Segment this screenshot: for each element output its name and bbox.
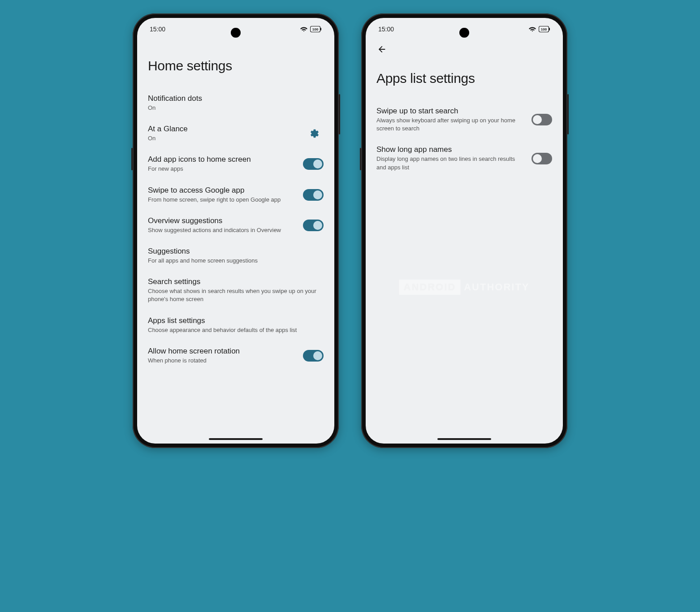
setting-notification-dots[interactable]: Notification dots On	[141, 88, 331, 118]
setting-title: At a Glance	[148, 125, 300, 134]
setting-subtitle: Choose appearance and behavior defaults …	[148, 326, 324, 334]
status-time: 15:00	[378, 26, 394, 33]
camera-cutout	[231, 28, 241, 38]
setting-title: Swipe up to start search	[376, 107, 526, 116]
setting-swipe-google-app[interactable]: Swipe to access Google app From home scr…	[141, 180, 331, 210]
toggle-switch[interactable]	[303, 350, 324, 362]
phone-frame-left: 15:00 100 Home settings Notification dot…	[133, 13, 339, 448]
setting-add-app-icons[interactable]: Add app icons to home screen For new app…	[141, 149, 331, 179]
setting-subtitle: Display long app names on two lines in s…	[376, 155, 526, 171]
setting-apps-list-settings[interactable]: Apps list settings Choose appearance and…	[141, 310, 331, 340]
setting-title: Allow home screen rotation	[148, 347, 298, 356]
setting-title: Add app icons to home screen	[148, 155, 298, 164]
wifi-icon	[529, 26, 536, 32]
status-time: 15:00	[150, 26, 165, 33]
setting-subtitle: When phone is rotated	[148, 357, 298, 365]
nav-bar	[366, 40, 563, 58]
side-button	[567, 94, 569, 134]
svg-text:100: 100	[541, 27, 547, 31]
settings-list[interactable]: Notification dots On At a Glance On Add …	[137, 88, 334, 444]
watermark-brand2: AUTHORITY	[464, 281, 529, 293]
setting-subtitle: Always show keyboard after swiping up on…	[376, 116, 526, 133]
phone-frame-right: 15:00 100 Apps list settings Swipe up to…	[361, 13, 567, 448]
setting-search-settings[interactable]: Search settings Choose what shows in sea…	[141, 271, 331, 310]
watermark-brand1: ANDROID	[399, 280, 461, 295]
setting-title: Search settings	[148, 277, 324, 286]
setting-title: Notification dots	[148, 94, 324, 103]
nav-indicator[interactable]	[437, 438, 491, 440]
setting-subtitle: On	[148, 104, 324, 112]
toggle-switch[interactable]	[303, 220, 324, 231]
toggle-switch[interactable]	[303, 158, 324, 170]
wifi-icon	[300, 26, 307, 32]
setting-at-a-glance[interactable]: At a Glance On	[141, 118, 331, 149]
setting-title: Show long app names	[376, 145, 526, 154]
phone-screen-right: 15:00 100 Apps list settings Swipe up to…	[366, 18, 563, 444]
page-title: Home settings	[137, 40, 334, 88]
setting-suggestions[interactable]: Suggestions For all apps and home screen…	[141, 241, 331, 271]
setting-subtitle: From home screen, swipe right to open Go…	[148, 196, 298, 204]
nav-indicator[interactable]	[209, 438, 263, 440]
toggle-switch[interactable]	[531, 153, 552, 164]
setting-title: Apps list settings	[148, 316, 324, 325]
setting-subtitle: Choose what shows in search results when…	[148, 287, 324, 303]
svg-text:100: 100	[312, 27, 319, 31]
setting-subtitle: On	[148, 134, 300, 142]
setting-show-long-names[interactable]: Show long app names Display long app nam…	[369, 139, 559, 177]
setting-title: Swipe to access Google app	[148, 186, 298, 195]
battery-icon: 100	[310, 26, 322, 32]
arrow-left-icon	[377, 44, 387, 54]
setting-swipe-up-search[interactable]: Swipe up to start search Always show key…	[369, 100, 559, 139]
back-button[interactable]	[373, 40, 391, 58]
setting-subtitle: For all apps and home screen suggestions	[148, 257, 324, 265]
gear-icon[interactable]	[306, 125, 324, 142]
side-button	[131, 148, 133, 170]
setting-title: Overview suggestions	[148, 216, 298, 225]
side-button	[339, 94, 340, 134]
setting-title: Suggestions	[148, 247, 324, 256]
svg-rect-4	[549, 28, 550, 30]
svg-rect-1	[320, 28, 321, 30]
toggle-switch[interactable]	[531, 114, 552, 125]
settings-list[interactable]: Swipe up to start search Always show key…	[366, 100, 563, 444]
setting-subtitle: For new apps	[148, 165, 298, 173]
side-button	[360, 148, 361, 170]
battery-icon: 100	[539, 26, 550, 32]
toggle-switch[interactable]	[303, 189, 324, 201]
setting-allow-rotation[interactable]: Allow home screen rotation When phone is…	[141, 340, 331, 371]
setting-subtitle: Show suggested actions and indicators in…	[148, 226, 298, 234]
page-title: Apps list settings	[366, 58, 563, 100]
camera-cutout	[459, 28, 469, 38]
setting-overview-suggestions[interactable]: Overview suggestions Show suggested acti…	[141, 210, 331, 241]
phone-screen-left: 15:00 100 Home settings Notification dot…	[137, 18, 334, 444]
watermark: ANDROID AUTHORITY	[399, 280, 530, 295]
